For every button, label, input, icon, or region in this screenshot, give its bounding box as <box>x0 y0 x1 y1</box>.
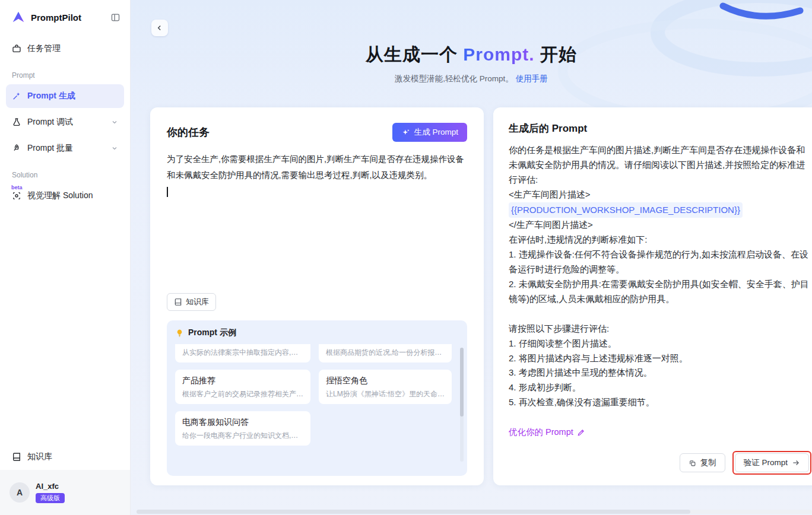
page-subtitle: 激发模型潜能,轻松优化 Prompt。 使用手册 <box>131 74 812 84</box>
prompt-examples-panel: Prompt 示例 法律案宗抽取 从实际的法律案宗中抽取指定内容,… 商品期货分… <box>167 320 467 476</box>
sidebar-item-knowledge-base[interactable]: 知识库 <box>6 445 124 469</box>
sidebar-item-prompt-generate[interactable]: Prompt 生成 <box>6 84 124 108</box>
prompt-criteria: 在评估时,违规情况的判断标准如下: 1. 违规操作设备:任何不符合设备操作规范的… <box>509 233 810 306</box>
sparkle-icon <box>401 128 410 137</box>
example-card[interactable]: 捏悟空角色 让LM扮演《黑神话:悟空》里的天命… <box>319 370 452 404</box>
back-button[interactable] <box>151 20 168 36</box>
magic-wand-icon <box>12 91 21 101</box>
copy-icon <box>689 459 696 467</box>
horizontal-scrollbar-track <box>137 510 812 514</box>
vision-scan-icon <box>12 191 21 201</box>
example-card[interactable]: 法律案宗抽取 从实际的法律案宗中抽取指定内容,… <box>175 344 310 363</box>
knowledge-base-icon <box>174 298 182 306</box>
task-input[interactable]: 为了安全生产,你需要根据生产车间的图片,判断生产车间是否存在违规操作设备和未佩戴… <box>167 151 467 197</box>
pencil-icon <box>577 428 585 437</box>
prompt-variable-token[interactable]: {{PRODUCTION_WORKSHOP_IMAGE_DESCRIPTION}… <box>509 202 743 218</box>
main-content: 从生成一个 Prompt. 开始 激发模型潜能,轻松优化 Prompt。 使用手… <box>131 0 812 515</box>
arrow-right-icon <box>792 459 800 467</box>
sidebar-section-prompt: Prompt <box>0 62 130 83</box>
optimize-prompt-link[interactable]: 优化你的 Prompt <box>509 427 810 438</box>
result-card-title: 生成后的 Prompt <box>509 122 810 135</box>
plan-badge: 高级版 <box>36 493 65 503</box>
user-name: AI_xfc <box>36 482 65 491</box>
lightbulb-icon <box>175 329 184 338</box>
examples-scroll-area[interactable]: 法律案宗抽取 从实际的法律案宗中抽取指定内容,… 商品期货分析 根据商品期货的近… <box>175 344 459 462</box>
chevron-left-icon <box>156 24 164 32</box>
sidebar-item-label: Prompt 批量 <box>27 143 73 154</box>
horizontal-scrollbar-thumb[interactable] <box>137 510 690 514</box>
sidebar-item-label: 知识库 <box>27 452 52 462</box>
briefcase-icon <box>12 44 21 53</box>
sidebar-collapse-icon[interactable] <box>110 12 120 23</box>
red-annotation-box: 验证 Prompt <box>732 451 811 475</box>
rocket-icon <box>12 144 21 153</box>
sidebar-item-label: 任务管理 <box>27 43 61 54</box>
manual-link[interactable]: 使用手册 <box>516 74 548 83</box>
sidebar-item-prompt-debug[interactable]: Prompt 调试 <box>6 110 124 134</box>
sidebar: PromptPilot 任务管理 Prompt Prompt 生成 <box>0 0 131 515</box>
task-card: 你的任务 生成 Prompt 为了安全生产,你需要根据生产车间的图片,判断生产车… <box>150 107 484 485</box>
sidebar-item-label: Prompt 调试 <box>27 117 73 128</box>
sidebar-section-solution: Solution <box>0 161 130 183</box>
example-card[interactable]: 电商客服知识问答 给你一段电商客户行业的知识文档,… <box>175 411 310 446</box>
beta-badge: beta <box>11 185 23 190</box>
sidebar-item-prompt-batch[interactable]: Prompt 批量 <box>6 136 124 160</box>
app-root: PromptPilot 任务管理 Prompt Prompt 生成 <box>0 0 812 515</box>
app-logo-icon <box>11 9 26 25</box>
examples-scrollbar-thumb[interactable] <box>460 348 464 417</box>
sidebar-header: PromptPilot <box>0 0 130 36</box>
sidebar-item-task-management[interactable]: 任务管理 <box>6 37 124 61</box>
generated-prompt-card: 生成后的 Prompt 你的任务是根据生产车间的图片描述,判断生产车间是否存在违… <box>493 107 812 485</box>
task-card-title: 你的任务 <box>167 125 210 139</box>
examples-title: Prompt 示例 <box>188 328 236 338</box>
book-icon <box>12 452 21 462</box>
text-cursor <box>167 187 168 197</box>
chevron-down-icon[interactable] <box>111 145 118 152</box>
chevron-down-icon[interactable] <box>111 119 118 126</box>
verify-prompt-button[interactable]: 验证 Prompt <box>735 453 809 472</box>
avatar: A <box>9 482 30 503</box>
sidebar-item-label: 视觉理解 Solution <box>27 190 93 201</box>
example-card[interactable]: 商品期货分析 根据商品期货的近况,给一份分析报… <box>319 344 452 363</box>
app-title: PromptPilot <box>31 12 106 23</box>
knowledge-base-button[interactable]: 知识库 <box>167 293 216 311</box>
hero: 从生成一个 Prompt. 开始 激发模型潜能,轻松优化 Prompt。 使用手… <box>131 43 812 84</box>
prompt-steps: 请按照以下步骤进行评估: 1. 仔细阅读整个图片描述。 2. 将图片描述内容与上… <box>509 322 810 410</box>
user-account[interactable]: A AI_xfc 高级版 <box>0 470 130 515</box>
generate-prompt-button[interactable]: 生成 Prompt <box>392 123 467 142</box>
prompt-tag-close: </生产车间图片描述> <box>509 218 810 233</box>
sidebar-item-vision-solution[interactable]: beta 视觉理解 Solution <box>6 184 124 208</box>
sidebar-item-label: Prompt 生成 <box>27 91 75 101</box>
prompt-intro: 你的任务是根据生产车间的图片描述,判断生产车间是否存在违规操作设备和未佩戴安全防… <box>509 143 810 187</box>
page-title: 从生成一个 Prompt. 开始 <box>131 43 812 67</box>
copy-button[interactable]: 复制 <box>680 453 725 472</box>
prompt-tag-open: <生产车间图片描述> <box>509 187 810 202</box>
flask-icon <box>12 117 21 127</box>
generated-prompt-text: 你的任务是根据生产车间的图片描述,判断生产车间是否存在违规操作设备和未佩戴安全防… <box>509 143 810 410</box>
examples-scrollbar-track <box>460 348 464 462</box>
example-card[interactable]: 产品推荐 根据客户之前的交易记录推荐相关产… <box>175 370 310 404</box>
